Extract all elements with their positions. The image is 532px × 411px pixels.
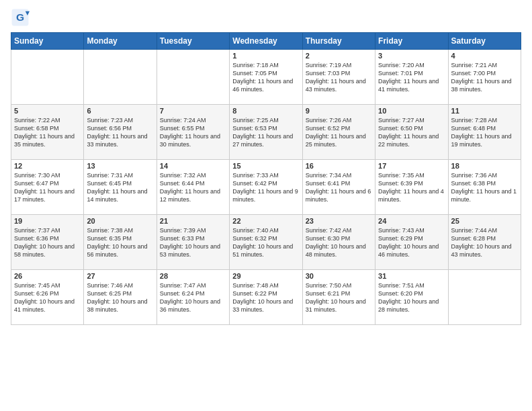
cell-line: Daylight: 11 hours and 25 minutes. bbox=[306, 133, 366, 148]
cell-content: Sunrise: 7:24 AMSunset: 6:55 PMDaylight:… bbox=[160, 116, 226, 149]
cell-content: Sunrise: 7:31 AMSunset: 6:45 PMDaylight:… bbox=[87, 171, 153, 204]
calendar-cell: 22Sunrise: 7:40 AMSunset: 6:32 PMDayligh… bbox=[230, 215, 302, 270]
day-number: 13 bbox=[87, 162, 153, 170]
day-header-sunday: Sunday bbox=[11, 33, 84, 50]
cell-line: Sunset: 6:29 PM bbox=[378, 235, 423, 242]
calendar-cell: 29Sunrise: 7:48 AMSunset: 6:22 PMDayligh… bbox=[230, 270, 302, 325]
day-number: 17 bbox=[378, 162, 445, 170]
calendar-cell bbox=[11, 50, 84, 105]
calendar-cell: 20Sunrise: 7:38 AMSunset: 6:35 PMDayligh… bbox=[84, 215, 157, 270]
cell-line: Sunset: 6:58 PM bbox=[14, 125, 59, 132]
calendar-cell: 9Sunrise: 7:26 AMSunset: 6:52 PMDaylight… bbox=[302, 105, 375, 160]
cell-line: Daylight: 10 hours and 43 minutes. bbox=[451, 243, 512, 258]
cell-content: Sunrise: 7:48 AMSunset: 6:22 PMDaylight:… bbox=[232, 281, 299, 314]
cell-content: Sunrise: 7:46 AMSunset: 6:25 PMDaylight:… bbox=[87, 281, 153, 314]
cell-line: Sunrise: 7:35 AM bbox=[378, 172, 425, 179]
cell-line: Sunset: 7:05 PM bbox=[232, 70, 277, 77]
cell-line: Sunset: 6:47 PM bbox=[14, 180, 59, 187]
header: G bbox=[11, 8, 521, 27]
cell-line: Daylight: 11 hours and 19 minutes. bbox=[451, 133, 512, 148]
page-container: G SundayMondayTuesdayWednesdayThursdayFr… bbox=[0, 0, 532, 330]
cell-content: Sunrise: 7:35 AMSunset: 6:39 PMDaylight:… bbox=[378, 171, 445, 204]
svg-text:G: G bbox=[16, 11, 24, 23]
cell-line: Sunset: 6:55 PM bbox=[160, 125, 205, 132]
cell-line: Sunrise: 7:26 AM bbox=[306, 117, 352, 124]
cell-line: Sunset: 6:38 PM bbox=[451, 180, 496, 187]
day-header-saturday: Saturday bbox=[448, 33, 521, 50]
cell-line: Sunset: 7:00 PM bbox=[451, 70, 496, 77]
cell-line: Sunrise: 7:33 AM bbox=[232, 172, 279, 179]
calendar-cell: 28Sunrise: 7:47 AMSunset: 6:24 PMDayligh… bbox=[157, 270, 229, 325]
cell-line: Sunset: 6:26 PM bbox=[14, 290, 59, 297]
cell-content: Sunrise: 7:34 AMSunset: 6:41 PMDaylight:… bbox=[306, 171, 372, 204]
cell-content: Sunrise: 7:20 AMSunset: 7:01 PMDaylight:… bbox=[378, 61, 445, 94]
cell-line: Sunset: 6:20 PM bbox=[378, 290, 423, 297]
cell-line: Sunrise: 7:32 AM bbox=[160, 172, 206, 179]
day-number: 12 bbox=[14, 162, 81, 170]
cell-content: Sunrise: 7:21 AMSunset: 7:00 PMDaylight:… bbox=[451, 61, 518, 94]
calendar-cell bbox=[448, 270, 521, 325]
day-number: 29 bbox=[232, 272, 299, 280]
calendar-cell: 10Sunrise: 7:27 AMSunset: 6:50 PMDayligh… bbox=[375, 105, 448, 160]
day-number: 8 bbox=[232, 107, 299, 115]
cell-line: Sunrise: 7:47 AM bbox=[160, 282, 206, 289]
cell-line: Daylight: 10 hours and 36 minutes. bbox=[160, 298, 220, 313]
cell-content: Sunrise: 7:28 AMSunset: 6:48 PMDaylight:… bbox=[451, 116, 518, 149]
day-header-wednesday: Wednesday bbox=[230, 33, 302, 50]
day-number: 30 bbox=[306, 272, 372, 280]
calendar-cell: 26Sunrise: 7:45 AMSunset: 6:26 PMDayligh… bbox=[11, 270, 84, 325]
cell-line: Sunrise: 7:51 AM bbox=[378, 282, 425, 289]
calendar-table: SundayMondayTuesdayWednesdayThursdayFrid… bbox=[11, 32, 521, 325]
cell-line: Daylight: 11 hours and 43 minutes. bbox=[306, 78, 366, 93]
calendar-cell bbox=[157, 50, 229, 105]
calendar-cell: 24Sunrise: 7:43 AMSunset: 6:29 PMDayligh… bbox=[375, 215, 448, 270]
cell-line: Daylight: 11 hours and 46 minutes. bbox=[232, 78, 293, 93]
cell-line: Sunrise: 7:31 AM bbox=[87, 172, 133, 179]
cell-line: Daylight: 10 hours and 46 minutes. bbox=[378, 243, 439, 258]
cell-content: Sunrise: 7:26 AMSunset: 6:52 PMDaylight:… bbox=[306, 116, 372, 149]
calendar-cell: 3Sunrise: 7:20 AMSunset: 7:01 PMDaylight… bbox=[375, 50, 448, 105]
day-number: 11 bbox=[451, 107, 518, 115]
calendar-cell: 14Sunrise: 7:32 AMSunset: 6:44 PMDayligh… bbox=[157, 160, 229, 215]
cell-line: Sunrise: 7:20 AM bbox=[378, 62, 425, 68]
calendar-cell: 31Sunrise: 7:51 AMSunset: 6:20 PMDayligh… bbox=[375, 270, 448, 325]
cell-line: Sunrise: 7:34 AM bbox=[306, 172, 352, 179]
day-number: 7 bbox=[160, 107, 226, 115]
cell-content: Sunrise: 7:36 AMSunset: 6:38 PMDaylight:… bbox=[451, 171, 518, 204]
cell-line: Sunset: 6:52 PM bbox=[306, 125, 351, 132]
cell-content: Sunrise: 7:50 AMSunset: 6:21 PMDaylight:… bbox=[306, 281, 372, 314]
cell-line: Daylight: 10 hours and 56 minutes. bbox=[87, 243, 147, 258]
day-number: 25 bbox=[451, 217, 518, 225]
calendar-cell: 8Sunrise: 7:25 AMSunset: 6:53 PMDaylight… bbox=[230, 105, 302, 160]
cell-line: Daylight: 10 hours and 31 minutes. bbox=[306, 298, 366, 313]
calendar-cell: 1Sunrise: 7:18 AMSunset: 7:05 PMDaylight… bbox=[230, 50, 302, 105]
cell-content: Sunrise: 7:25 AMSunset: 6:53 PMDaylight:… bbox=[232, 116, 299, 149]
cell-line: Sunrise: 7:18 AM bbox=[232, 62, 279, 68]
cell-line: Sunset: 6:39 PM bbox=[378, 180, 423, 187]
cell-line: Daylight: 11 hours and 33 minutes. bbox=[87, 133, 147, 148]
cell-content: Sunrise: 7:22 AMSunset: 6:58 PMDaylight:… bbox=[14, 116, 81, 149]
cell-line: Sunset: 6:28 PM bbox=[451, 235, 496, 242]
cell-line: Sunset: 6:50 PM bbox=[378, 125, 423, 132]
cell-line: Sunset: 7:03 PM bbox=[306, 70, 351, 77]
day-number: 2 bbox=[306, 52, 372, 60]
cell-content: Sunrise: 7:44 AMSunset: 6:28 PMDaylight:… bbox=[451, 226, 518, 259]
cell-content: Sunrise: 7:38 AMSunset: 6:35 PMDaylight:… bbox=[87, 226, 153, 259]
cell-line: Sunset: 6:41 PM bbox=[306, 180, 351, 187]
cell-line: Daylight: 11 hours and 14 minutes. bbox=[87, 188, 147, 203]
week-row-2: 5Sunrise: 7:22 AMSunset: 6:58 PMDaylight… bbox=[11, 105, 521, 160]
day-number: 21 bbox=[160, 217, 226, 225]
day-number: 31 bbox=[378, 272, 445, 280]
cell-line: Sunrise: 7:24 AM bbox=[160, 117, 206, 124]
cell-line: Sunset: 6:56 PM bbox=[87, 125, 132, 132]
calendar-cell: 5Sunrise: 7:22 AMSunset: 6:58 PMDaylight… bbox=[11, 105, 84, 160]
cell-line: Sunset: 6:22 PM bbox=[232, 290, 277, 297]
cell-line: Sunset: 6:30 PM bbox=[306, 235, 351, 242]
calendar-cell: 13Sunrise: 7:31 AMSunset: 6:45 PMDayligh… bbox=[84, 160, 157, 215]
week-row-4: 19Sunrise: 7:37 AMSunset: 6:36 PMDayligh… bbox=[11, 215, 521, 270]
cell-line: Sunset: 6:24 PM bbox=[160, 290, 205, 297]
cell-line: Sunset: 6:48 PM bbox=[451, 125, 496, 132]
logo: G bbox=[11, 8, 32, 27]
cell-line: Daylight: 11 hours and 27 minutes. bbox=[232, 133, 293, 148]
calendar-cell: 18Sunrise: 7:36 AMSunset: 6:38 PMDayligh… bbox=[448, 160, 521, 215]
